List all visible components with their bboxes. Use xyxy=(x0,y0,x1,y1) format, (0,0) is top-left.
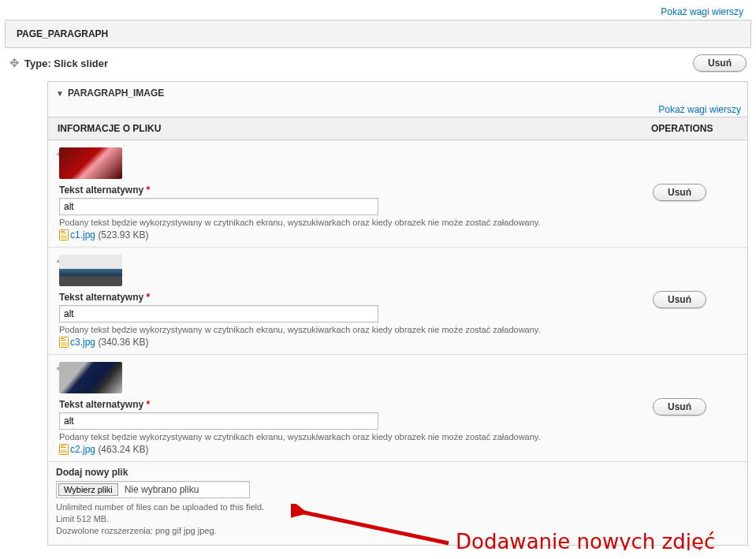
upload-label: Dodaj nowy plik xyxy=(56,467,739,478)
required-marker: * xyxy=(147,184,151,196)
svg-rect-1 xyxy=(61,235,67,239)
table-header: INFORMACJE O PLIKU OPERATIONS xyxy=(48,117,747,140)
row-content: Tekst alternatywny * Podany tekst będzie… xyxy=(59,360,645,455)
file-info-line: c3.jpg (340.36 KB) xyxy=(59,337,645,348)
file-link[interactable]: c2.jpg xyxy=(70,444,95,455)
image-thumbnail[interactable] xyxy=(59,255,122,286)
upload-row: Dodaj nowy plik Wybierz pliki Nie wybran… xyxy=(48,462,747,545)
th-operations: OPERATIONS xyxy=(651,123,738,134)
file-info-line: c1.jpg (523.93 KB) xyxy=(59,229,645,240)
collapse-caret-icon: ▼ xyxy=(56,89,64,98)
alt-text-label: Tekst alternatywny * xyxy=(59,399,645,410)
delete-row-button[interactable]: Usuń xyxy=(653,398,706,416)
top-link-row: Pokaż wagi wierszy xyxy=(5,5,751,20)
thumbnail-wrap xyxy=(59,147,645,181)
alt-text-input[interactable] xyxy=(59,198,378,215)
svg-rect-6 xyxy=(61,338,65,339)
svg-rect-3 xyxy=(61,233,66,233)
drag-handle-icon[interactable]: ✥ xyxy=(9,56,20,70)
upload-note-line: Unlimited number of files can be uploade… xyxy=(56,501,739,513)
svg-rect-7 xyxy=(61,340,66,341)
row-operations: Usuń xyxy=(653,253,739,308)
upload-notes: Unlimited number of files can be uploade… xyxy=(56,501,739,537)
inner-title: PARAGRAPH_IMAGE xyxy=(68,88,164,99)
required-marker: * xyxy=(147,399,151,410)
file-link[interactable]: c1.jpg xyxy=(70,229,95,240)
show-row-weights-link[interactable]: Pokaż wagi wierszy xyxy=(661,6,743,17)
file-info-line: c2.jpg (463.24 KB) xyxy=(59,444,645,455)
row-operations: Usuń xyxy=(653,360,739,416)
alt-text-input[interactable] xyxy=(59,412,378,430)
upload-note-line: Dozwolone rozszerzenia: png gif jpg jpeg… xyxy=(56,525,739,537)
paragraph-image-box: ▼ PARAGRAPH_IMAGE Pokaż wagi wierszy INF… xyxy=(47,81,748,546)
image-thumbnail[interactable] xyxy=(59,147,122,179)
inner-link-row: Pokaż wagi wierszy xyxy=(48,104,747,117)
row-operations: Usuń xyxy=(653,146,739,201)
thumbnail-wrap xyxy=(59,255,645,289)
alt-text-label: Tekst alternatywny * xyxy=(59,292,645,303)
panel-title: PAGE_PARAGRAPH xyxy=(17,28,108,39)
alt-text-description: Podany tekst będzie wykorzystywany w czy… xyxy=(59,218,645,227)
upload-note-line: Limit 512 MB. xyxy=(56,513,739,525)
svg-rect-9 xyxy=(61,449,67,453)
file-picker-placeholder: Nie wybrano pliku xyxy=(120,482,204,498)
file-link[interactable]: c3.jpg xyxy=(70,337,95,348)
alt-text-input[interactable] xyxy=(59,305,378,322)
delete-row-button[interactable]: Usuń xyxy=(653,291,706,308)
file-size: (523.93 KB) xyxy=(98,229,148,240)
delete-paragraph-button[interactable]: Usuń xyxy=(693,54,747,72)
delete-row-button[interactable]: Usuń xyxy=(653,184,706,201)
alt-text-label: Tekst alternatywny * xyxy=(59,184,645,196)
required-marker: * xyxy=(147,292,151,303)
image-thumbnail[interactable] xyxy=(59,362,122,393)
type-label: Type: Slick slider xyxy=(24,58,688,69)
table-row: ✥ Tekst alternatywny * Podany tekst będz… xyxy=(48,140,747,248)
panel-header: PAGE_PARAGRAPH xyxy=(5,20,751,48)
svg-rect-11 xyxy=(61,447,66,448)
svg-rect-2 xyxy=(61,231,65,232)
row-content: Tekst alternatywny * Podany tekst będzie… xyxy=(59,146,645,240)
paragraph-type-row: ✥ Type: Slick slider Usuń xyxy=(5,48,751,78)
choose-files-button[interactable]: Wybierz pliki xyxy=(58,483,118,496)
file-size: (340.36 KB) xyxy=(98,337,148,348)
thumbnail-wrap xyxy=(59,362,645,396)
inner-show-row-weights-link[interactable]: Pokaż wagi wierszy xyxy=(658,104,741,115)
row-content: Tekst alternatywny * Podany tekst będzie… xyxy=(59,253,645,348)
inner-title-row[interactable]: ▼ PARAGRAPH_IMAGE xyxy=(48,82,747,104)
table-row: ✥ Tekst alternatywny * Podany tekst będz… xyxy=(48,355,747,462)
table-row: ✥ Tekst alternatywny * Podany tekst będz… xyxy=(48,248,747,355)
alt-text-description: Podany tekst będzie wykorzystywany w czy… xyxy=(59,432,645,442)
file-picker[interactable]: Wybierz pliki Nie wybrano pliku xyxy=(56,481,250,498)
svg-rect-10 xyxy=(61,445,65,446)
th-file-info: INFORMACJE O PLIKU xyxy=(58,123,651,134)
file-size: (463.24 KB) xyxy=(98,444,148,455)
svg-rect-5 xyxy=(61,342,67,346)
alt-text-description: Podany tekst będzie wykorzystywany w czy… xyxy=(59,325,645,334)
